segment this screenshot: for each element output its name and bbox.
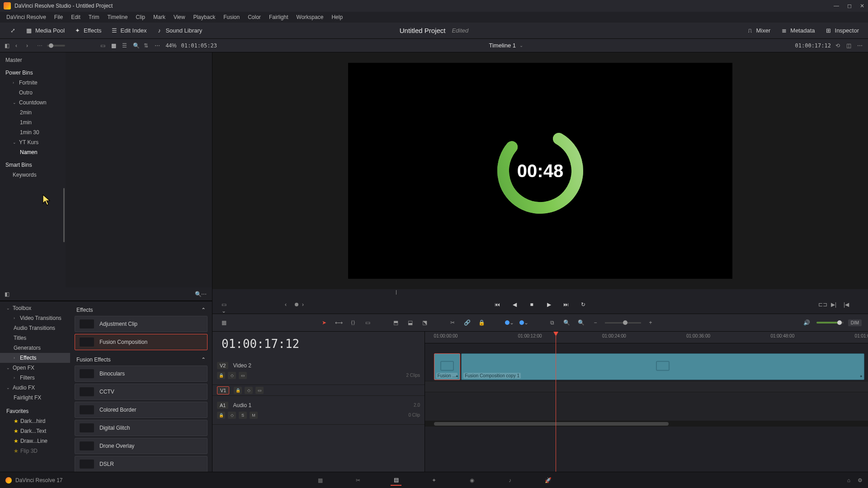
replace-clip-icon[interactable]: ⬔ bbox=[420, 318, 429, 328]
loop-button[interactable]: ↻ bbox=[579, 300, 588, 309]
fx-titles[interactable]: Titles bbox=[0, 333, 70, 343]
media-page-icon[interactable]: ▦ bbox=[315, 475, 326, 486]
bypass-icon[interactable]: ⟲ bbox=[835, 42, 842, 49]
chevron-down-icon[interactable]: ⌄ bbox=[519, 43, 523, 48]
dim-button[interactable]: DIM bbox=[848, 319, 862, 326]
next-clip-icon[interactable]: ▶| bbox=[831, 301, 837, 308]
zoom-in-icon[interactable]: + bbox=[646, 318, 656, 328]
fusion-page-icon[interactable]: ✦ bbox=[429, 475, 439, 486]
fx-audio-transitions[interactable]: Audio Transitions bbox=[0, 323, 70, 333]
color-page-icon[interactable]: ◉ bbox=[467, 475, 477, 486]
fav-item[interactable]: ★Dark...hird bbox=[0, 416, 70, 426]
panel-toggle-icon[interactable]: ◧ bbox=[5, 42, 11, 49]
fx-filters[interactable]: ›Filters bbox=[0, 373, 70, 383]
media-pool-toggle[interactable]: ▦Media Pool bbox=[21, 25, 69, 36]
track-head-v1[interactable]: V1🔒◇▭ bbox=[212, 385, 425, 396]
zoom-tool-icon[interactable]: 🔍 bbox=[576, 318, 586, 328]
home-icon[interactable]: ⌂ bbox=[847, 477, 850, 483]
zoom-out-icon[interactable]: − bbox=[590, 318, 600, 328]
mixer-toggle[interactable]: ⎍Mixer bbox=[742, 25, 775, 36]
fx-openfx[interactable]: ⌄Open FX bbox=[0, 363, 70, 373]
track-head-a1[interactable]: A1Audio 12.0 🔒◇SM0 Clip bbox=[212, 396, 425, 425]
fx-section-effects[interactable]: Effects⌃ bbox=[75, 304, 208, 316]
step-back-button[interactable]: ◀ bbox=[510, 300, 519, 309]
viewer-scrubber[interactable] bbox=[212, 289, 868, 296]
blade-edit-icon[interactable]: ✂ bbox=[448, 318, 458, 328]
timeline-tracks[interactable]: 01:00:00:00 01:00:12:00 01:00:24:00 01:0… bbox=[425, 332, 868, 472]
edit-index-toggle[interactable]: ☰Edit Index bbox=[106, 25, 151, 36]
viewer-options-icon[interactable]: ⋯ bbox=[857, 42, 863, 49]
master-bin[interactable]: Master bbox=[0, 55, 66, 65]
fav-item[interactable]: ★Flip 3D bbox=[0, 446, 70, 456]
last-clip-icon[interactable]: |◀ bbox=[844, 301, 850, 308]
timeline-name[interactable]: Timeline 1 bbox=[489, 42, 516, 49]
track-a1[interactable] bbox=[425, 392, 868, 421]
edit-page-icon[interactable]: ▤ bbox=[391, 475, 401, 486]
bin-countdown[interactable]: ⌄Countdown bbox=[0, 98, 66, 108]
bin-outro[interactable]: Outro bbox=[0, 88, 66, 98]
timeline-ruler[interactable]: 01:00:00:00 01:00:12:00 01:00:24:00 01:0… bbox=[425, 332, 868, 343]
deliver-page-icon[interactable]: 🚀 bbox=[542, 475, 553, 486]
selection-tool-icon[interactable]: ➤ bbox=[319, 318, 329, 328]
view-strip-icon[interactable]: ▭ bbox=[100, 42, 107, 49]
flag-icon[interactable]: ⌄ bbox=[519, 318, 529, 328]
match-frame-icon[interactable]: ⊏⊐ bbox=[818, 301, 825, 308]
menu-view[interactable]: View bbox=[170, 13, 189, 21]
track-v1[interactable] bbox=[425, 381, 868, 392]
timeline-view-options-icon[interactable]: ▦ bbox=[219, 318, 229, 328]
maximize-button[interactable]: ◻ bbox=[847, 3, 852, 9]
blade-tool-icon[interactable]: ▭ bbox=[363, 318, 373, 328]
nav-fwd-icon[interactable]: › bbox=[26, 42, 33, 49]
sort-icon[interactable]: ⇅ bbox=[144, 42, 150, 49]
timeline-timecode[interactable]: 01:00:17:12 bbox=[212, 332, 425, 356]
go-end-button[interactable]: ⏭ bbox=[561, 300, 571, 309]
speaker-icon[interactable]: 🔊 bbox=[802, 318, 812, 328]
smart-bins-header[interactable]: Smart Bins bbox=[0, 157, 66, 170]
track-head-v2[interactable]: V2Video 2 🔒◇▭2 Clips bbox=[212, 356, 425, 385]
prev-edit-icon[interactable]: ‹ bbox=[285, 301, 291, 308]
fav-item[interactable]: ★Dark...Text bbox=[0, 426, 70, 436]
view-grid-icon[interactable]: ▦ bbox=[111, 42, 118, 49]
menu-playback[interactable]: Playback bbox=[189, 13, 219, 21]
media-thumbnail-area[interactable] bbox=[66, 52, 212, 287]
fav-item[interactable]: ★Draw...Line bbox=[0, 436, 70, 446]
volume-slider[interactable] bbox=[816, 322, 844, 324]
project-settings-icon[interactable]: ⚙ bbox=[858, 477, 863, 483]
menu-fairlight[interactable]: Fairlight bbox=[265, 13, 292, 21]
fx-digital-glitch[interactable]: Digital Glitch bbox=[75, 420, 208, 436]
trim-tool-icon[interactable]: ⟷ bbox=[334, 318, 344, 328]
go-start-button[interactable]: ⏮ bbox=[493, 300, 502, 309]
expand-button[interactable]: ⤢ bbox=[5, 25, 21, 36]
link-icon[interactable]: 🔗 bbox=[462, 318, 472, 328]
cut-page-icon[interactable]: ✂ bbox=[353, 475, 363, 486]
menu-fusion[interactable]: Fusion bbox=[220, 13, 243, 21]
insert-clip-icon[interactable]: ⬒ bbox=[391, 318, 401, 328]
menu-color[interactable]: Color bbox=[244, 13, 264, 21]
view-list-icon[interactable]: ☰ bbox=[122, 42, 128, 49]
more-icon[interactable]: ⋯ bbox=[201, 291, 208, 297]
bin-2min[interactable]: 2min bbox=[0, 108, 66, 117]
menu-mark[interactable]: Mark bbox=[150, 13, 169, 21]
menu-trim[interactable]: Trim bbox=[85, 13, 103, 21]
fx-cctv[interactable]: CCTV bbox=[75, 384, 208, 400]
fx-fairlight[interactable]: Fairlight FX bbox=[0, 393, 70, 403]
next-edit-icon[interactable]: › bbox=[302, 301, 308, 308]
menu-timeline[interactable]: Timeline bbox=[104, 13, 131, 21]
menu-edit[interactable]: Edit bbox=[67, 13, 84, 21]
fx-drone-overlay[interactable]: Drone Overlay bbox=[75, 438, 208, 454]
bin-keywords[interactable]: Keywords bbox=[0, 170, 66, 180]
search-icon[interactable]: 🔍 bbox=[133, 42, 139, 49]
menu-clip[interactable]: Clip bbox=[132, 13, 149, 21]
fx-toolbox[interactable]: ⌄Toolbox bbox=[0, 303, 70, 313]
fx-binoculars[interactable]: Binoculars bbox=[75, 366, 208, 382]
fx-favorites-header[interactable]: Favorites bbox=[0, 403, 70, 416]
bin-ytkurs[interactable]: ⌄YT Kurs bbox=[0, 137, 66, 147]
close-button[interactable]: ✕ bbox=[860, 3, 864, 9]
viewer[interactable]: 00:48 bbox=[212, 52, 868, 289]
menu-help[interactable]: Help bbox=[328, 13, 346, 21]
snap-icon[interactable]: ⧉ bbox=[547, 318, 557, 328]
stop-button[interactable]: ■ bbox=[527, 300, 536, 309]
nav-back-icon[interactable]: ‹ bbox=[15, 42, 22, 49]
fx-effects[interactable]: ›Effects bbox=[0, 353, 70, 363]
fx-dslr[interactable]: DSLR bbox=[75, 456, 208, 472]
